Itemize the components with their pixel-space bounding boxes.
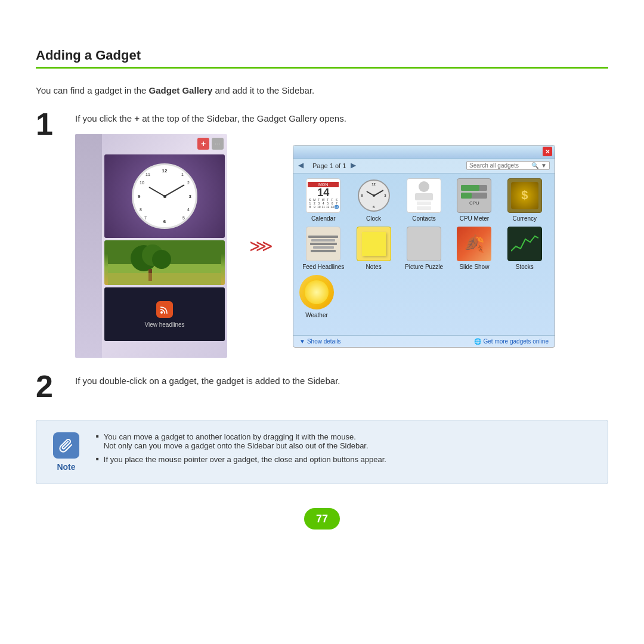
page-number-area: 77 (36, 508, 608, 530)
show-details-icon: ▼ (299, 338, 305, 345)
note-box: Note ■ You can move a gadget to another … (36, 420, 608, 484)
show-details-button[interactable]: ▼ Show details (299, 338, 341, 345)
step1-plus: + (134, 113, 140, 123)
gallery-footer: ▼ Show details 🌐 Get more gadgets online (293, 335, 555, 347)
nature-svg (104, 240, 225, 285)
clock-num-12: 12 (162, 168, 168, 174)
gallery-close-button[interactable]: ✕ (543, 147, 552, 156)
clock-gallery-icon: 12 6 3 9 (357, 178, 391, 213)
gadget-calendar[interactable]: MON 14 SMTWTFS 1234567 891011121314 (299, 178, 347, 222)
sidebar-menu-button[interactable]: ⋯ (212, 138, 224, 150)
mini-clock-center (373, 194, 375, 197)
feed-label: Feed Headlines (302, 264, 344, 270)
calendar-label: Calendar (311, 215, 336, 222)
intro-text-before: You can find a gadget in the (36, 85, 149, 95)
step-2-number: 2 (36, 371, 66, 402)
note-label: Note (57, 462, 75, 472)
screenshots-row: + ⋯ 12 3 6 9 1 (75, 134, 608, 358)
clock-num-9: 9 (138, 194, 140, 199)
note-bullet-1-line1: You can move a gadget to another locatio… (104, 432, 369, 441)
get-more-link[interactable]: 🌐 Get more gadgets online (474, 338, 549, 345)
step-1-content: If you click the + at the top of the Sid… (75, 113, 608, 358)
rss-icon (156, 301, 173, 318)
clock-center-dot (163, 195, 166, 198)
step-1-block: 1 If you click the + at the top of the S… (36, 113, 608, 358)
clock-hour-hand (149, 187, 165, 197)
sidebar-plus-button[interactable]: + (197, 138, 209, 150)
gallery-content: MON 14 SMTWTFS 1234567 891011121314 (293, 174, 555, 335)
contacts-icon (407, 178, 441, 213)
clock-num-3: 3 (189, 194, 191, 199)
note-content: ■ You can move a gadget to another locat… (96, 432, 596, 469)
gallery-prev-button[interactable]: ◀ (298, 161, 308, 171)
gallery-grid-row3: Weather (293, 275, 555, 323)
intro-bold: Gadget Gallery (149, 85, 213, 95)
gallery-screenshot: ✕ ◀ Page 1 of 1 ▶ 🔍 ▼ (293, 145, 555, 348)
note-bullet-2-line1: If you place the mouse pointer over a ga… (104, 455, 386, 464)
gadget-currency[interactable]: $ Currency (501, 178, 549, 222)
puzzle-icon (407, 227, 441, 261)
cpu-label: CPU Meter (460, 215, 489, 222)
green-divider (36, 67, 608, 69)
intro-text-after: and add it to the Sidebar. (212, 85, 314, 95)
svg-point-4 (152, 250, 171, 269)
gadget-clock[interactable]: 12 6 3 9 (349, 178, 397, 222)
sidebar-screenshot: + ⋯ 12 3 6 9 1 (75, 134, 227, 358)
show-details-label: Show details (307, 338, 341, 345)
slideshow-icon: 🍂 (457, 227, 491, 261)
mini-clock: 12 6 3 9 (358, 179, 390, 212)
gadget-stocks[interactable]: Stocks (501, 227, 549, 270)
clock-label: Clock (366, 215, 381, 222)
puzzle-label: Picture Puzzle (405, 264, 443, 270)
currency-icon: $ (507, 178, 542, 213)
svg-point-7 (160, 311, 163, 314)
note-icon-area: Note (48, 432, 84, 472)
note-bullet-1: ■ You can move a gadget to another locat… (96, 432, 596, 450)
arrow-container: ⋙ (239, 236, 281, 256)
intro-paragraph: You can find a gadget in the Gadget Gall… (36, 85, 608, 95)
stocks-label: Stocks (516, 264, 534, 270)
currency-label: Currency (513, 215, 537, 222)
gallery-grid-row1: MON 14 SMTWTFS 1234567 891011121314 (293, 174, 555, 227)
search-icon: 🔍 (531, 162, 538, 169)
clock-face: 12 3 6 9 1 11 2 10 4 8 (132, 163, 197, 229)
gadget-slideshow[interactable]: 🍂 Slide Show (450, 227, 498, 270)
step-2-text: If you double-click on a gadget, the gad… (75, 376, 608, 386)
mini-clock-minute (373, 190, 383, 196)
gadget-contacts[interactable]: Contacts (400, 178, 448, 222)
gallery-search-box[interactable]: 🔍 ▼ (466, 161, 550, 170)
calendar-icon: MON 14 SMTWTFS 1234567 891011121314 (306, 178, 340, 213)
sidebar-header: + ⋯ (104, 137, 225, 151)
get-more-label: Get more gadgets online (483, 338, 549, 345)
step-1-text: If you click the + at the top of the Sid… (75, 113, 608, 123)
gadget-puzzle[interactable]: Picture Puzzle (400, 227, 448, 270)
gallery-search-input[interactable] (469, 162, 529, 169)
gadget-weather[interactable]: Weather (299, 275, 334, 318)
step1-after: at the top of the Sidebar, the Gadget Ga… (140, 113, 346, 123)
sidebar-left-panel (75, 134, 102, 358)
news-widget: View headlines (104, 287, 225, 341)
contacts-label: Contacts (412, 215, 435, 222)
step1-before: If you click the (75, 113, 134, 123)
gallery-page-label: Page 1 of 1 (312, 162, 346, 169)
feed-icon (306, 227, 340, 261)
slideshow-label: Slide Show (459, 264, 489, 270)
gallery-grid-row2: Feed Headlines Notes (293, 227, 555, 275)
clock-minute-hand (165, 184, 185, 196)
step-2-content: If you double-click on a gadget, the gad… (75, 376, 608, 397)
gadget-cpu[interactable]: CPU CPU Meter (450, 178, 498, 222)
search-dropdown-icon[interactable]: ▼ (541, 162, 547, 169)
gadget-notes[interactable]: Notes (349, 227, 397, 270)
page: Adding a Gadget You can find a gadget in… (0, 0, 644, 577)
note-bullet-1-line2: Not only can you move a gadget onto the … (104, 441, 369, 450)
clock-widget: 12 3 6 9 1 11 2 10 4 8 (104, 154, 225, 238)
gadget-feed[interactable]: Feed Headlines (299, 227, 347, 270)
stocks-icon (507, 227, 542, 261)
gallery-inner: ✕ ◀ Page 1 of 1 ▶ 🔍 ▼ (293, 145, 555, 347)
gallery-next-button[interactable]: ▶ (351, 161, 360, 171)
clock-num-6: 6 (163, 219, 166, 224)
sidebar-right-panel: + ⋯ 12 3 6 9 1 (102, 134, 227, 358)
note-bullet-2: ■ If you place the mouse pointer over a … (96, 455, 596, 464)
news-label: View headlines (144, 321, 184, 328)
step-2-block: 2 If you double-click on a gadget, the g… (36, 376, 608, 402)
